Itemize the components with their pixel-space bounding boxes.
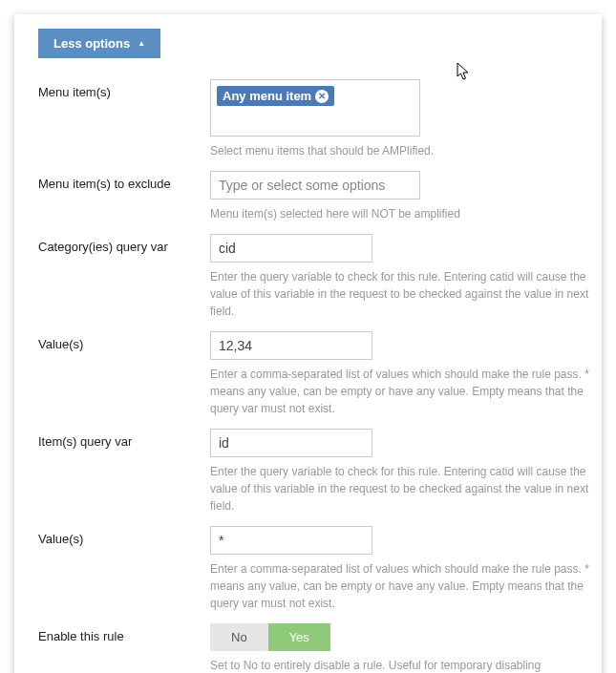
item-query-var-input[interactable] — [210, 429, 372, 457]
category-values-input[interactable] — [210, 331, 372, 360]
label-item-query-var: Item(s) query var — [38, 429, 210, 515]
enable-rule-no[interactable]: No — [210, 623, 268, 651]
enable-rule-yes[interactable]: Yes — [268, 623, 330, 651]
label-enable-rule: Enable this rule — [38, 623, 210, 673]
label-item-values: Value(s) — [38, 526, 210, 612]
settings-panel: Less options ▲ Menu item(s) Any menu ite… — [14, 14, 602, 673]
menu-items-exclude-select[interactable]: Type or select some options — [210, 171, 420, 200]
tag-label: Any menu item — [223, 89, 311, 103]
label-menu-items: Menu item(s) — [38, 79, 210, 159]
triangle-up-icon: ▲ — [138, 39, 145, 48]
enable-rule-toggle: No Yes — [210, 623, 330, 651]
help-category-query-var: Enter the query variable to check for th… — [210, 268, 602, 320]
menu-items-input[interactable]: Any menu item ✕ — [210, 79, 420, 137]
tag-any-menu-item[interactable]: Any menu item ✕ — [217, 86, 334, 106]
help-item-values: Enter a comma-separated list of values w… — [210, 560, 602, 612]
row-category-values: Value(s) Enter a comma-separated list of… — [14, 320, 602, 417]
row-menu-items-exclude: Menu item(s) to exclude Type or select s… — [14, 159, 602, 222]
label-menu-items-exclude: Menu item(s) to exclude — [38, 171, 210, 222]
label-category-values: Value(s) — [38, 331, 210, 417]
row-item-values: Value(s) Enter a comma-separated list of… — [14, 515, 602, 612]
row-category-query-var: Category(ies) query var Enter the query … — [14, 222, 602, 320]
item-values-input[interactable] — [210, 526, 372, 555]
less-options-label: Less options — [53, 36, 130, 51]
row-menu-items: Menu item(s) Any menu item ✕ Select menu… — [14, 68, 602, 159]
help-item-query-var: Enter the query variable to check for th… — [210, 463, 602, 515]
label-category-query-var: Category(ies) query var — [38, 234, 210, 320]
less-options-button[interactable]: Less options ▲ — [38, 29, 160, 58]
category-query-var-input[interactable] — [210, 234, 372, 263]
row-enable-rule: Enable this rule No Yes Set to No to ent… — [14, 612, 602, 673]
help-menu-items: Select menu items that should be AMPlifi… — [210, 142, 602, 159]
help-menu-items-exclude: Menu item(s) selected here will NOT be a… — [210, 205, 602, 222]
close-icon[interactable]: ✕ — [315, 90, 329, 103]
cursor-icon — [457, 62, 472, 81]
help-category-values: Enter a comma-separated list of values w… — [210, 366, 602, 417]
help-enable-rule: Set to No to entirely disable a rule. Us… — [210, 657, 602, 673]
row-item-query-var: Item(s) query var Enter the query variab… — [14, 417, 602, 515]
